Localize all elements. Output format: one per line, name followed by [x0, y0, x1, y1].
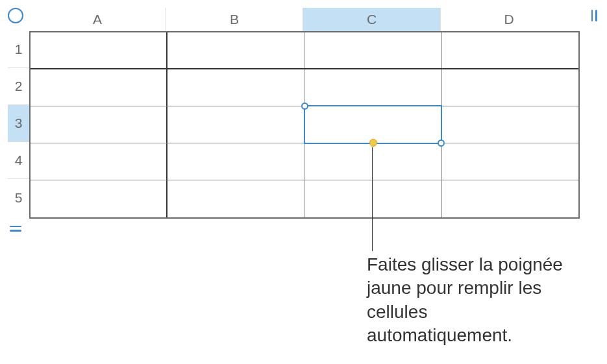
cell-d2[interactable] — [442, 69, 578, 106]
cell-b4[interactable] — [167, 143, 304, 180]
cell-b2[interactable] — [167, 69, 304, 106]
table-row — [31, 106, 578, 143]
row-headers: 1 2 3 4 5 — [8, 31, 29, 216]
handle-bar-icon — [591, 10, 593, 21]
callout-text: Faites glisser la poignée jaune pour rem… — [367, 253, 568, 348]
table-corner-handle[interactable] — [8, 8, 23, 23]
cell-c1[interactable] — [304, 32, 442, 68]
cell-a3[interactable] — [31, 106, 167, 143]
handle-bar-icon — [10, 226, 21, 228]
row-header-2[interactable]: 2 — [8, 68, 29, 105]
cell-b5[interactable] — [167, 180, 304, 217]
cell-d1[interactable] — [442, 32, 578, 68]
cell-c3[interactable] — [304, 106, 442, 143]
column-header-d[interactable]: D — [441, 8, 577, 31]
row-header-1[interactable]: 1 — [8, 31, 29, 68]
cell-b1[interactable] — [167, 32, 304, 68]
cell-c4[interactable] — [304, 143, 442, 180]
table-row — [31, 69, 578, 106]
cell-a5[interactable] — [31, 180, 167, 217]
callout-leader-line — [372, 147, 373, 251]
spreadsheet-grid — [29, 31, 580, 219]
add-column-handle[interactable] — [586, 8, 602, 23]
column-header-b[interactable]: B — [166, 8, 303, 31]
cell-c2[interactable] — [304, 69, 442, 106]
cell-d4[interactable] — [442, 143, 578, 180]
table-row — [31, 180, 578, 217]
cell-a1[interactable] — [31, 32, 167, 68]
cell-d3[interactable] — [442, 106, 578, 143]
cell-b3[interactable] — [167, 106, 304, 143]
column-header-a[interactable]: A — [29, 8, 166, 31]
row-header-3[interactable]: 3 — [8, 105, 29, 142]
handle-bar-icon — [595, 10, 597, 21]
row-header-5[interactable]: 5 — [8, 179, 29, 216]
column-headers: A B C D — [29, 8, 577, 31]
column-header-c[interactable]: C — [303, 8, 441, 31]
table-row — [31, 143, 578, 180]
cell-a2[interactable] — [31, 69, 167, 106]
cell-c5[interactable] — [304, 180, 442, 217]
row-header-4[interactable]: 4 — [8, 142, 29, 179]
table-row — [31, 32, 578, 69]
add-row-handle[interactable] — [8, 221, 23, 236]
handle-bar-icon — [10, 230, 21, 232]
cell-a4[interactable] — [31, 143, 167, 180]
cell-d5[interactable] — [442, 180, 578, 217]
